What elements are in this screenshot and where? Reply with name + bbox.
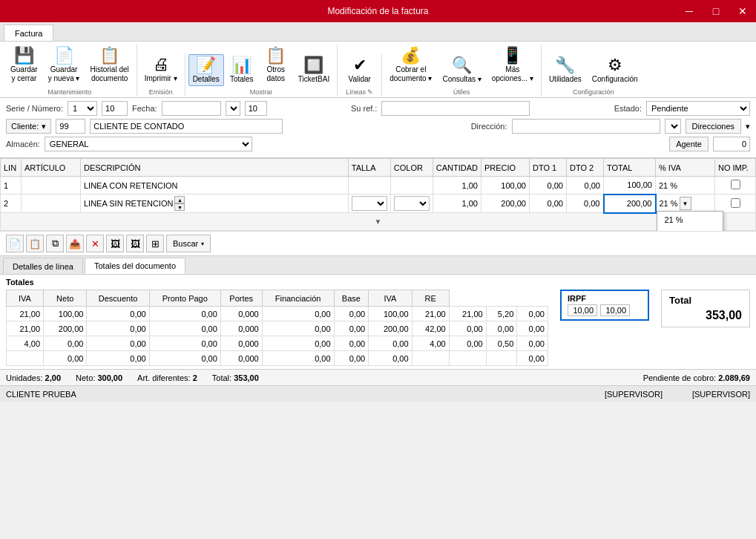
neto-label: Neto: [76, 373, 95, 382]
totales-row-1: 21,00 100,00 0,00 0,00 0,000 0,00 0,00 1… [7, 307, 548, 321]
emision-label: Emisión [149, 88, 173, 96]
guardar-cerrar-button[interactable]: 💾 Guardary cerrar [6, 45, 42, 86]
td-financiacion-2: 0,00 [262, 321, 334, 336]
cliente-nombre-input[interactable] [90, 119, 283, 134]
cell-color-1[interactable] [390, 177, 433, 195]
cell-articulo-1[interactable] [22, 177, 81, 195]
iva-option-21-1[interactable]: 21 % [657, 212, 723, 228]
color-select-2[interactable] [394, 196, 430, 211]
consultas-button[interactable]: 🔍 Consultas ▾ [438, 54, 485, 86]
agente-button[interactable]: Agente [669, 137, 709, 151]
tab-totales-documento[interactable]: Totales del documento [85, 258, 185, 274]
image2-button[interactable]: 🖼 [126, 235, 144, 252]
fecha-select[interactable]: ▼ [226, 101, 240, 116]
estado-label: Estado: [614, 104, 642, 113]
configuracion-ribbon-button[interactable]: ⚙ Configuración [588, 54, 642, 86]
cell-noimp-2[interactable] [715, 195, 756, 213]
cell-dto1-2[interactable]: 0,00 [530, 195, 567, 213]
cell-precio-1[interactable]: 100,00 [481, 177, 530, 195]
pendiente-value: 2.089,69 [718, 373, 750, 382]
td-portes-2: 0,000 [220, 321, 262, 336]
talla-select-2[interactable] [352, 196, 387, 211]
minimize-button[interactable]: ─ [676, 0, 703, 22]
ticketbai-button[interactable]: 🔲 TicketBAI [294, 54, 334, 86]
ribbon-group-emision: 🖨 Imprimir ▾ Emisión [137, 53, 185, 96]
spinner-buttons[interactable]: ▲ ▼ [174, 196, 185, 211]
cell-total-2[interactable]: 200,00 [604, 195, 656, 213]
td-extra-2: 0,00 [517, 321, 548, 336]
otros-datos-button[interactable]: 📋 Otrosdatos [260, 45, 292, 86]
irpf-value2[interactable]: 10,00 [600, 304, 630, 316]
noimp-checkbox-1[interactable] [731, 180, 740, 189]
fecha-input[interactable] [162, 101, 221, 116]
export-line-button[interactable]: 📤 [66, 235, 84, 252]
new-line-button[interactable]: 📄 [6, 235, 24, 252]
ribbon-group-configuracion: 🔧 Utilidades ⚙ Configuración Configuraci… [542, 54, 645, 96]
ribbon-group-utiles: 💰 Cobrar eldocumento ▾ 🔍 Consultas ▾ 📱 M… [382, 45, 542, 96]
direcciones-button[interactable]: Direcciones [686, 119, 741, 134]
cell-color-2[interactable] [390, 195, 433, 213]
iva-option-10[interactable]: 10 % [657, 228, 723, 231]
totales-button[interactable]: 📊 Totales [226, 54, 258, 86]
cell-noimp-1[interactable] [715, 177, 756, 195]
col-talla: TALLA [348, 159, 390, 177]
cell-dto2-2[interactable]: 0,00 [567, 195, 604, 213]
serie-select[interactable]: 1 [68, 101, 97, 116]
direccion-input[interactable] [512, 119, 660, 134]
iva-dropdown-btn-2[interactable]: ▼ [680, 197, 691, 210]
cell-descripcion-1[interactable]: LINEA CON RETENCION [81, 177, 349, 195]
spinner-up[interactable]: ▲ [174, 196, 185, 203]
cell-talla-2[interactable] [348, 195, 390, 213]
spinner-down[interactable]: ▼ [174, 203, 185, 211]
cobrar-button[interactable]: 💰 Cobrar eldocumento ▾ [385, 45, 436, 86]
direccion-select[interactable]: ▼ [665, 119, 681, 134]
close-button[interactable]: ✕ [729, 0, 756, 22]
agente-input[interactable] [713, 137, 750, 151]
cell-cantidad-1[interactable]: 1,00 [433, 177, 481, 195]
estado-select[interactable]: Pendiente [646, 101, 750, 116]
expand-cell[interactable]: ▼ [1, 213, 756, 231]
detalles-button[interactable]: 📝 Detalles [188, 54, 224, 86]
almacen-select[interactable]: GENERAL [45, 137, 252, 151]
imprimir-button[interactable]: 🖨 Imprimir ▾ [140, 53, 182, 86]
historial-button[interactable]: 📋 Historial deldocumento [86, 45, 134, 86]
cell-dto1-1[interactable]: 0,00 [530, 177, 567, 195]
lineas-label: Líneas ✎ [346, 88, 374, 96]
delete-line-button[interactable]: ✕ [86, 235, 104, 252]
noimp-checkbox-2[interactable] [731, 198, 740, 208]
cell-cantidad-2[interactable]: 1,00 [433, 195, 481, 213]
cliente-num-input[interactable] [56, 119, 85, 134]
irpf-value1[interactable]: 10,00 [568, 304, 597, 316]
grid-button[interactable]: ⊞ [146, 235, 164, 252]
pendiente-section: Pendiente de cobro: 2.089,69 [643, 373, 750, 382]
cell-total-1[interactable]: 100,00 [604, 177, 656, 195]
footer-supervisor1: [SUPERVISOR] [605, 390, 663, 399]
guardar-nueva-button[interactable]: 📄 Guardary nueva ▾ [44, 45, 85, 86]
maximize-button[interactable]: □ [703, 0, 729, 22]
cell-talla-1[interactable] [348, 177, 390, 195]
col-cantidad: CANTIDAD [433, 159, 481, 177]
utilidades-button[interactable]: 🔧 Utilidades [545, 54, 586, 86]
cell-dto2-1[interactable]: 0,00 [567, 177, 604, 195]
td-neto-4: 0,00 [44, 351, 87, 366]
totales-header-row: IVA Neto Descuento Pronto Pago Portes Fi… [7, 290, 548, 307]
numero-input[interactable] [102, 101, 128, 116]
su-ref-input[interactable] [381, 101, 530, 116]
tab-factura[interactable]: Factura [4, 24, 53, 41]
validar-button[interactable]: ✔ Validar [344, 54, 376, 86]
cell-articulo-2[interactable] [22, 195, 81, 213]
unidades-value: 2,00 [45, 373, 61, 382]
td-re-4 [449, 351, 486, 366]
tab-detalles-linea[interactable]: Detalles de línea [3, 258, 83, 274]
image1-button[interactable]: 🖼 [106, 235, 124, 252]
cell-precio-2[interactable]: 200,00 [481, 195, 530, 213]
copy-line-button[interactable]: 📋 [26, 235, 44, 252]
fecha-day-input[interactable] [245, 101, 267, 116]
mas-opciones-button[interactable]: 📱 Másopciones... ▾ [487, 45, 538, 86]
buscar-button[interactable]: Buscar ▾ [166, 235, 211, 252]
duplicate-line-button[interactable]: ⧉ [46, 235, 64, 252]
th-pronto: Pronto Pago [149, 290, 220, 307]
cliente-button[interactable]: Cliente: ▾ [6, 119, 51, 134]
cell-descripcion-2[interactable]: LINEA SIN RETENCION ▲ ▼ [81, 195, 349, 213]
ribbon-group-lineas-items: ✔ Validar [344, 54, 376, 86]
